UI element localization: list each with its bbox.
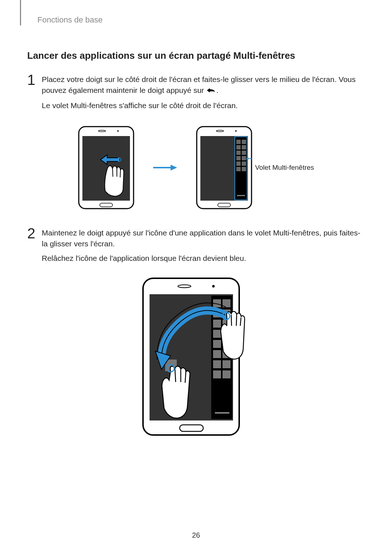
step-number: 1 [27, 73, 42, 87]
svg-rect-46 [213, 340, 221, 348]
svg-rect-25 [236, 161, 241, 166]
svg-rect-23 [236, 156, 241, 160]
section-title: Lancer des applications sur un écran par… [27, 50, 365, 61]
svg-rect-21 [236, 151, 241, 155]
svg-point-35 [212, 285, 215, 287]
svg-rect-27 [236, 167, 241, 171]
svg-rect-44 [213, 330, 221, 338]
svg-rect-18 [242, 140, 246, 144]
back-arrow-icon [206, 86, 216, 97]
svg-rect-50 [213, 360, 221, 368]
step-1-text-before: Placez votre doigt sur le côté droit de … [42, 75, 356, 94]
step-2: 2 Maintenez le doigt appuyé sur l'icône … [27, 227, 365, 268]
figure-step-2 [27, 277, 365, 444]
svg-rect-28 [242, 167, 246, 171]
svg-rect-51 [222, 360, 230, 368]
step-2-text-2: Relâchez l'icône de l'application lorsqu… [42, 253, 365, 264]
svg-rect-17 [236, 140, 241, 144]
svg-rect-48 [213, 350, 221, 358]
svg-rect-24 [242, 156, 246, 160]
page-number: 26 [0, 531, 392, 539]
figure-step-1: Volet Multi-fenêtres [27, 126, 365, 209]
step-1-text-2: Le volet Multi-fenêtres s'affiche sur le… [42, 100, 365, 111]
svg-rect-26 [242, 161, 246, 166]
svg-line-58 [236, 315, 237, 326]
header-border-line [20, 0, 21, 25]
step-number: 2 [27, 226, 42, 241]
svg-rect-22 [242, 151, 246, 155]
svg-rect-19 [236, 145, 241, 149]
svg-rect-42 [213, 320, 221, 328]
step-1-text: Placez votre doigt sur le côté droit de … [42, 74, 365, 97]
svg-rect-20 [242, 145, 246, 149]
page-header: Fonctions de base [37, 15, 365, 25]
svg-line-57 [231, 315, 232, 326]
svg-point-14 [235, 130, 237, 132]
svg-rect-53 [222, 370, 230, 378]
step-1: 1 Placez votre doigt sur le côté droit d… [27, 74, 365, 115]
phone-swipe-illustration [78, 126, 134, 209]
svg-marker-10 [171, 165, 177, 171]
svg-point-31 [246, 157, 249, 160]
transition-arrow-icon [152, 164, 178, 171]
svg-line-5 [113, 169, 113, 177]
svg-point-3 [117, 130, 119, 132]
svg-rect-52 [213, 370, 221, 378]
svg-line-7 [120, 170, 121, 177]
step-1-text-after: . [216, 86, 219, 94]
callout-tray-label: Volet Multi-fenêtres [255, 164, 314, 172]
step-2-text-1: Maintenez le doigt appuyé sur l'icône d'… [42, 227, 365, 250]
phone-tray-illustration [196, 126, 252, 209]
